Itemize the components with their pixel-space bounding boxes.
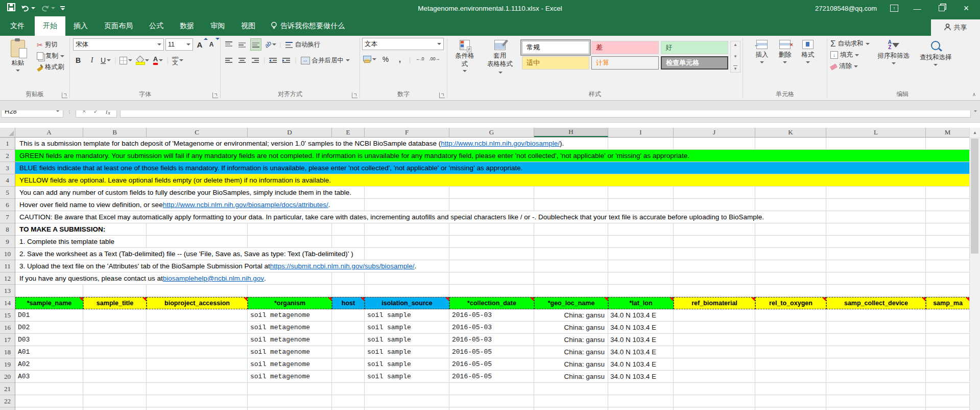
cell-E17[interactable]	[332, 334, 365, 346]
cell-C23[interactable]	[147, 407, 248, 410]
column-header-E[interactable]: E	[332, 128, 365, 137]
field-header-geo_loc_name[interactable]: *geo_loc_name	[534, 297, 608, 309]
cell-I15[interactable]: 34.0 N 103.4 E	[608, 309, 674, 322]
cell-I21[interactable]	[608, 383, 674, 395]
cell-F8[interactable]	[365, 223, 449, 236]
cell-G17[interactable]: 2016-05-03	[449, 334, 534, 346]
cell-G6[interactable]	[449, 199, 534, 211]
column-header-L[interactable]: L	[826, 128, 926, 137]
cell-G10[interactable]	[449, 248, 534, 260]
cell-A19[interactable]: A02	[15, 358, 83, 371]
cell-I20[interactable]: 34.0 N 103.4 E	[608, 371, 674, 383]
cell-H9[interactable]	[534, 236, 608, 248]
row-header-2[interactable]: 2	[0, 150, 15, 162]
cell-K16[interactable]	[755, 322, 826, 334]
cell-J11[interactable]	[674, 260, 755, 272]
cell-G20[interactable]: 2016-05-05	[449, 371, 534, 383]
cell-I1[interactable]	[608, 138, 674, 150]
cell-J15[interactable]	[674, 309, 755, 322]
cell-A4-band[interactable]: YELLOW fields are optional. Leave option…	[15, 174, 970, 187]
cell-I19[interactable]: 34.0 N 103.4 E	[608, 358, 674, 371]
cell-K17[interactable]	[755, 334, 826, 346]
row-header-1[interactable]: 1	[0, 138, 15, 150]
cell-E23[interactable]	[332, 407, 365, 410]
cell-L17[interactable]	[826, 334, 926, 346]
cell-I5[interactable]	[608, 187, 674, 199]
cell-L21[interactable]	[826, 383, 926, 395]
cell-G9[interactable]	[449, 236, 534, 248]
tell-me-box[interactable]: 告诉我你想要做什么	[264, 16, 352, 36]
cell-A1-text[interactable]: This is a submission template for batch …	[18, 138, 567, 149]
cell-C19[interactable]	[147, 358, 248, 371]
cell-M9[interactable]	[926, 236, 970, 248]
ribbon-display-options-icon[interactable]: ↑	[890, 5, 898, 12]
row-header-20[interactable]: 20	[0, 371, 15, 383]
cell-C15[interactable]	[147, 309, 248, 322]
column-header-A[interactable]: A	[15, 128, 83, 137]
cell-H16[interactable]: China: gansu	[534, 322, 608, 334]
cell-H13[interactable]	[534, 285, 608, 297]
cell-style-bad[interactable]: 差	[591, 41, 659, 54]
field-header-lat_lon[interactable]: *lat_lon	[608, 297, 674, 309]
cell-G18[interactable]: 2016-05-05	[449, 346, 534, 358]
bold-button[interactable]: B	[73, 55, 83, 66]
cell-L12[interactable]	[826, 272, 926, 285]
borders-button[interactable]	[119, 55, 132, 66]
cell-D21[interactable]	[248, 383, 332, 395]
align-center-button[interactable]	[237, 55, 247, 66]
row-header-7[interactable]: 7	[0, 211, 15, 223]
field-header-organism[interactable]: *organism	[248, 297, 332, 309]
cell-J9[interactable]	[674, 236, 755, 248]
cell-H6[interactable]	[534, 199, 608, 211]
cell-I8[interactable]	[608, 223, 674, 236]
cell-A9-text[interactable]: 1. Complete this template table	[18, 236, 117, 247]
cell-K6[interactable]	[755, 199, 826, 211]
cell-I23[interactable]	[608, 407, 674, 410]
cell-J22[interactable]	[674, 395, 755, 407]
cell-I9[interactable]	[608, 236, 674, 248]
cell-H8[interactable]	[534, 223, 608, 236]
field-header-samp_collect_device[interactable]: samp_collect_device	[826, 297, 926, 309]
row-header-17[interactable]: 17	[0, 334, 15, 346]
cell-L15[interactable]	[826, 309, 926, 322]
cell-H10[interactable]	[534, 248, 608, 260]
cell-C8[interactable]	[147, 223, 248, 236]
cell-A20[interactable]: A03	[15, 371, 83, 383]
scrollbar-thumb[interactable]	[971, 139, 978, 254]
cell-F6[interactable]	[365, 199, 449, 211]
percent-style-button[interactable]: %	[380, 54, 391, 65]
cell-M23[interactable]	[926, 407, 970, 410]
column-header-I[interactable]: I	[608, 128, 674, 137]
cell-E16[interactable]	[332, 322, 365, 334]
hyperlink[interactable]: http://www.ncbi.nlm.nih.gov/biosample/	[441, 140, 560, 147]
cell-M8[interactable]	[926, 223, 970, 236]
cell-E13[interactable]	[332, 285, 365, 297]
cell-L20[interactable]	[826, 371, 926, 383]
cell-I17[interactable]: 34.0 N 103.4 E	[608, 334, 674, 346]
cell-F17[interactable]: soil sample	[365, 334, 449, 346]
merge-center-button[interactable]: ↔合并后居中	[300, 56, 351, 65]
cell-D19[interactable]: soil metagenome	[248, 358, 332, 371]
decrease-font-size-button[interactable]: A	[206, 39, 217, 50]
cell-C9[interactable]	[147, 236, 248, 248]
hyperlink[interactable]: https://submit.ncbi.nlm.nih.gov/subs/bio…	[270, 262, 415, 270]
cell-F10[interactable]	[365, 248, 449, 260]
cell-I16[interactable]: 34.0 N 103.4 E	[608, 322, 674, 334]
cell-G19[interactable]: 2016-05-05	[449, 358, 534, 371]
cell-B19[interactable]	[83, 358, 147, 371]
cell-J21[interactable]	[674, 383, 755, 395]
cell-K1[interactable]	[755, 138, 826, 150]
decrease-decimal-button[interactable]: .00→	[429, 54, 440, 65]
cell-D23[interactable]	[248, 407, 332, 410]
cell-L18[interactable]	[826, 346, 926, 358]
cell-F22[interactable]	[365, 395, 449, 407]
cell-M19[interactable]	[926, 358, 970, 371]
cell-B18[interactable]	[83, 346, 147, 358]
cell-L10[interactable]	[826, 248, 926, 260]
cell-A17[interactable]: D03	[15, 334, 83, 346]
select-all-corner[interactable]	[0, 128, 15, 137]
gallery-more-icon[interactable]: ▼	[733, 65, 737, 71]
column-header-D[interactable]: D	[248, 128, 332, 137]
cell-M6[interactable]	[926, 199, 970, 211]
cell-F19[interactable]: soil sample	[365, 358, 449, 371]
